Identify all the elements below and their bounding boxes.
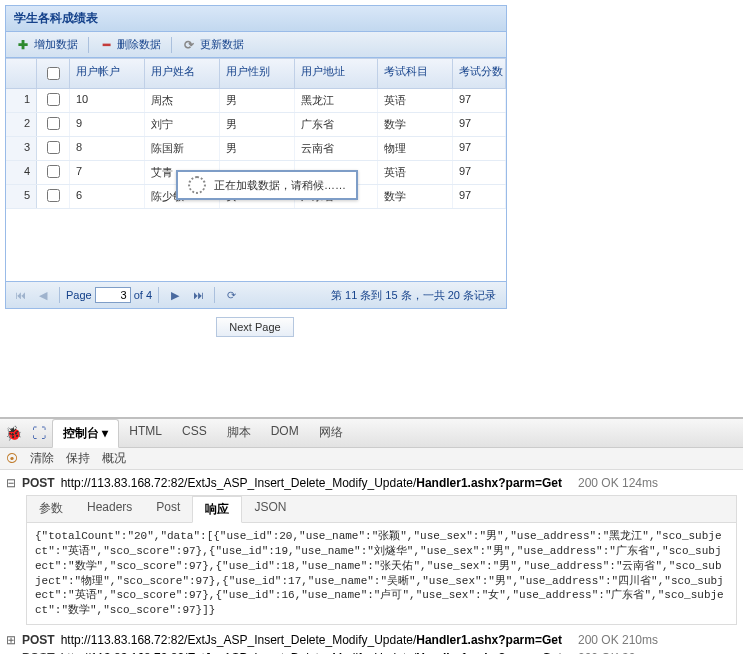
row-checkbox[interactable]: [47, 189, 60, 202]
cell-subject: 英语: [378, 89, 453, 112]
request-url: http://113.83.168.72:82/ExtJs_ASP_Insert…: [61, 633, 562, 647]
separator: [158, 287, 159, 303]
cell-account: 10: [70, 89, 145, 112]
table-row[interactable]: 1 10 周杰 男 黑龙江 英语 97: [6, 89, 506, 113]
first-page-button[interactable]: ⏮: [10, 285, 30, 305]
cell-sex: 男: [220, 113, 295, 136]
cell-name: 周杰: [145, 89, 220, 112]
select-all-checkbox[interactable]: [47, 67, 60, 80]
page-input[interactable]: [95, 287, 131, 303]
cell-score: 97: [453, 113, 506, 136]
tab-json[interactable]: JSON: [242, 496, 298, 522]
minus-icon: ━: [99, 38, 113, 52]
grid-panel: 学生各科成绩表 ✚ 增加数据 ━ 删除数据 ⟳ 更新数据 用户帐户 用户姓名: [5, 5, 507, 309]
cell-score: 97: [453, 89, 506, 112]
separator: [59, 287, 60, 303]
expand-icon[interactable]: ⊞: [6, 633, 16, 647]
spinner-icon: [188, 176, 206, 194]
firebug-request-list: ⊟ POST http://113.83.168.72:82/ExtJs_ASP…: [0, 470, 743, 654]
request-line[interactable]: ⊟ POST http://113.83.168.72:82/ExtJs_ASP…: [6, 474, 737, 492]
tab-dom[interactable]: DOM: [261, 419, 309, 447]
prev-page-button[interactable]: ◀: [33, 285, 53, 305]
refresh-label: 更新数据: [200, 37, 244, 52]
page-of-label: of 4: [134, 289, 152, 301]
checkbox-header[interactable]: [37, 59, 70, 88]
col-header-subject[interactable]: 考试科目: [378, 59, 453, 88]
row-number: 3: [6, 137, 37, 160]
nextpage-button[interactable]: Next Page: [216, 317, 293, 337]
request-method: POST: [22, 476, 55, 490]
cell-account: 8: [70, 137, 145, 160]
sub-clear[interactable]: 清除: [30, 450, 54, 467]
cell-address: 广东省: [295, 113, 378, 136]
grid-header-row: 用户帐户 用户姓名 用户性别 用户地址 考试科目 考试分数: [6, 59, 506, 89]
next-page-button[interactable]: ▶: [165, 285, 185, 305]
row-number: 4: [6, 161, 37, 184]
col-header-address[interactable]: 用户地址: [295, 59, 378, 88]
break-icon[interactable]: ⦿: [6, 452, 18, 466]
inspect-icon[interactable]: ⛶: [26, 419, 52, 447]
refresh-page-button[interactable]: ⟳: [221, 285, 241, 305]
tab-headers[interactable]: Headers: [75, 496, 144, 522]
delete-label: 删除数据: [117, 37, 161, 52]
row-number: 2: [6, 113, 37, 136]
request-url: http://113.83.168.72:82/ExtJs_ASP_Insert…: [61, 476, 562, 490]
tab-script[interactable]: 脚本: [217, 419, 261, 447]
delete-button[interactable]: ━ 删除数据: [95, 35, 165, 54]
cell-name: 陈国新: [145, 137, 220, 160]
row-number: 1: [6, 89, 37, 112]
collapse-icon[interactable]: ⊟: [6, 476, 16, 490]
loading-text: 正在加载数据，请稍候……: [214, 178, 346, 193]
cell-sex: 男: [220, 137, 295, 160]
panel-title: 学生各科成绩表: [6, 6, 506, 32]
cell-account: 6: [70, 185, 145, 208]
row-checkbox[interactable]: [47, 93, 60, 106]
firebug-icon[interactable]: 🐞: [0, 419, 26, 447]
tab-post[interactable]: Post: [144, 496, 192, 522]
row-number: 5: [6, 185, 37, 208]
firebug-panel: 🐞 ⛶ 控制台 ▾ HTML CSS 脚本 DOM 网络 ⦿ 清除 保持 概况 …: [0, 417, 743, 654]
tab-css[interactable]: CSS: [172, 419, 217, 447]
request-status: 200 OK 124ms: [578, 476, 658, 490]
refresh-icon: ⟳: [182, 38, 196, 52]
tab-html[interactable]: HTML: [119, 419, 172, 447]
cell-address: 黑龙江: [295, 89, 378, 112]
sub-persist[interactable]: 保持: [66, 450, 90, 467]
rownum-header: [6, 59, 37, 88]
col-header-score[interactable]: 考试分数: [453, 59, 506, 88]
cell-subject: 物理: [378, 137, 453, 160]
request-line[interactable]: ⊞ POST http://113.83.168.72:82/ExtJs_ASP…: [6, 649, 737, 654]
col-header-name[interactable]: 用户姓名: [145, 59, 220, 88]
cell-address: 云南省: [295, 137, 378, 160]
page-label: Page: [66, 289, 92, 301]
paging-status: 第 11 条到 15 条，一共 20 条记录: [331, 288, 502, 303]
table-row[interactable]: 3 8 陈国新 男 云南省 物理 97: [6, 137, 506, 161]
refresh-button[interactable]: ⟳ 更新数据: [178, 35, 248, 54]
cell-subject: 英语: [378, 161, 453, 184]
tab-net[interactable]: 网络: [309, 419, 353, 447]
tab-params[interactable]: 参数: [27, 496, 75, 522]
add-label: 增加数据: [34, 37, 78, 52]
cell-score: 97: [453, 137, 506, 160]
firebug-main-tabs: 🐞 ⛶ 控制台 ▾ HTML CSS 脚本 DOM 网络: [0, 419, 743, 448]
table-row[interactable]: 2 9 刘宁 男 广东省 数学 97: [6, 113, 506, 137]
col-header-sex[interactable]: 用户性别: [220, 59, 295, 88]
separator: [88, 37, 89, 53]
paging-toolbar: ⏮ ◀ Page of 4 ▶ ⏭ ⟳ 第 11 条到 15 条，一共 20 条…: [6, 281, 506, 308]
request-line[interactable]: ⊞ POST http://113.83.168.72:82/ExtJs_ASP…: [6, 631, 737, 649]
request-detail-panel: 参数 Headers Post 响应 JSON {"totalCount":"2…: [26, 495, 737, 625]
cell-name: 刘宁: [145, 113, 220, 136]
row-checkbox[interactable]: [47, 165, 60, 178]
separator: [171, 37, 172, 53]
tab-console[interactable]: 控制台 ▾: [52, 419, 119, 448]
col-header-account[interactable]: 用户帐户: [70, 59, 145, 88]
row-checkbox[interactable]: [47, 141, 60, 154]
firebug-sub-tabs: ⦿ 清除 保持 概况: [0, 448, 743, 470]
tab-response[interactable]: 响应: [192, 496, 242, 523]
toolbar: ✚ 增加数据 ━ 删除数据 ⟳ 更新数据: [6, 32, 506, 58]
row-checkbox[interactable]: [47, 117, 60, 130]
sub-profile[interactable]: 概况: [102, 450, 126, 467]
plus-icon: ✚: [16, 38, 30, 52]
add-button[interactable]: ✚ 增加数据: [12, 35, 82, 54]
last-page-button[interactable]: ⏭: [188, 285, 208, 305]
